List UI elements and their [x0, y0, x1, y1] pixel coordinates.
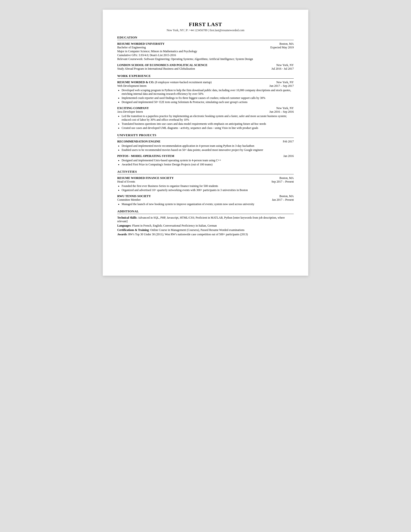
edu2-subtitle: Study Abroad Program in International Bu… [117, 67, 195, 71]
proj2-date: Jan 2016 [283, 154, 294, 158]
candidate-contact: New York, NY | P: +44 123456789 | first.… [117, 28, 294, 32]
resume-page: FIRST LAST New York, NY | P: +44 1234567… [103, 10, 308, 276]
act1-bullets: Founded the first ever Business Series t… [121, 184, 294, 192]
act2-location: Boston, MA [280, 194, 294, 198]
work2-bullet2: Translated business questions into use c… [121, 122, 294, 126]
additional-line-2: Languages: Fluent in French, English; Co… [117, 224, 294, 228]
act1-name: RESUME WORDED FINANCE SOCIETY [117, 176, 174, 180]
additional-label-3: Certifications & Training [117, 228, 149, 232]
work1-bullet2: Implemented crash reporter and used find… [121, 96, 294, 100]
activities-title: ACTIVITIES [117, 170, 294, 174]
act1-bullet2: Organized and advertised 10+ quarterly n… [121, 188, 294, 192]
act1-bullet1: Founded the first ever Business Series t… [121, 184, 294, 188]
proj1-name: RECOMMENDATION ENGINE [117, 140, 160, 143]
education-section: EDUCATION RESUME WORDED UNIVERSITY Bosto… [117, 36, 294, 71]
act2-bullet1: Managed the launch of new booking system… [121, 202, 294, 206]
edu1-line1: Major in Computer Science; Minors in Mat… [117, 50, 294, 53]
work1-location: New York, NY [276, 81, 294, 84]
proj1-bullets: Designed and implemented movie recommend… [121, 144, 294, 152]
work2-location: New York, NY [276, 106, 294, 110]
work1-subtitle: Web Development Intern [117, 84, 147, 88]
work2-name: EXCITING COMPANY [117, 106, 149, 110]
edu2-date: Jul 2016 - Jul 2017 [271, 67, 294, 71]
projects-title: UNIVERSITY PROJECTS [117, 133, 294, 138]
resume-header: FIRST LAST New York, NY | P: +44 1234567… [117, 21, 294, 32]
act1-location: Boston, MA [280, 176, 294, 180]
work2-date: Jun 2016 – Sep 2016 [269, 110, 294, 114]
proj1-bullet1: Designed and implemented movie recommend… [121, 144, 294, 148]
proj2-name: PINTOS - MODEL OPERATING SYSTEM [117, 154, 174, 158]
edu2-location: New York, NY [276, 63, 294, 67]
additional-label-4: Awards [117, 233, 127, 236]
work1-date: Jun 2017 – Sep 2017 [269, 84, 294, 88]
projects-section: UNIVERSITY PROJECTS RECOMMENDATION ENGIN… [117, 133, 294, 166]
additional-line-3: Certifications & Training: Online Course… [117, 228, 294, 232]
edu1-location: Boston, MA [280, 42, 294, 46]
work1-bullet1: Developed web scraping program in Python… [121, 88, 294, 96]
education-title: EDUCATION [117, 36, 294, 40]
act2-bullets: Managed the launch of new booking system… [121, 202, 294, 206]
additional-text-2: : Fluent in French, English; Conversatio… [131, 224, 217, 227]
proj2-bullet1: Designed and implemented Unix-based oper… [121, 159, 294, 162]
work-experience-section: WORK EXPERIENCE RESUME WORDED & CO. (8 e… [117, 74, 294, 130]
candidate-name: FIRST LAST [117, 21, 294, 28]
proj1-bullet2: Enabled users to be recommended movies b… [121, 148, 294, 152]
work1-company: RESUME WORDED & CO. [117, 81, 154, 84]
additional-text-1: : Advanced in SQL, PHP, Javascript, HTML… [117, 216, 285, 223]
edu2-name: LONDON SCHOOL OF ECONOMICS AND POLITICAL… [117, 63, 207, 67]
edu1-date: Expected May 2019 [270, 46, 294, 49]
work-entry-1: RESUME WORDED & CO. (8 employee venture-… [117, 81, 294, 104]
work1-bullet3: Designed and implemented 50+ E2E tests u… [121, 100, 294, 104]
work-title: WORK EXPERIENCE [117, 74, 294, 79]
work2-bullets: Led the transition to a paperless practi… [121, 114, 294, 130]
activity-entry-2: RWU TENNIS SOCIETY Boston, MA Committee … [117, 194, 294, 206]
edu1-name: RESUME WORDED UNIVERSITY [117, 42, 165, 46]
act2-date: Jan 2017 – Present [272, 198, 294, 202]
act1-subtitle: Head of Events [117, 180, 135, 183]
education-entry-2: LONDON SCHOOL OF ECONOMICS AND POLITICAL… [117, 63, 294, 71]
edu1-line2: Cumulative GPA: 3.93/4.0; Dean's List 20… [117, 53, 294, 57]
additional-line-4: Awards: RW's Top 30 Under 30 (2011); Won… [117, 233, 294, 236]
additional-line-1: Technical Skills: Advanced in SQL, PHP, … [117, 216, 294, 223]
education-entry-1: RESUME WORDED UNIVERSITY Boston, MA Bach… [117, 42, 294, 61]
work1-note: (8 employee venture-backed recruitment s… [154, 81, 212, 84]
edu1-line3: Relevant Coursework: Software Engineerin… [117, 57, 294, 61]
work2-bullet3: Created use cases and developed UML diag… [121, 126, 294, 130]
act1-date: Sep 2017 – Present [271, 180, 294, 183]
act2-subtitle: Committee Member [117, 198, 141, 202]
additional-section: ADDITIONAL Technical Skills: Advanced in… [117, 209, 294, 236]
work2-subtitle: Java Developer Intern [117, 110, 143, 114]
additional-label-1: Technical Skills [117, 216, 137, 219]
work2-bullet1: Led the transition to a paperless practi… [121, 114, 294, 122]
proj2-bullet2: Awarded First Prize in Computing's Senio… [121, 163, 294, 166]
act2-name: RWU TENNIS SOCIETY [117, 194, 151, 198]
edu1-subtitle: Bachelor of Engineering [117, 46, 146, 49]
work-entry-2: EXCITING COMPANY New York, NY Java Devel… [117, 106, 294, 130]
additional-label-2: Languages [117, 224, 131, 227]
proj1-date: Feb 2017 [283, 140, 294, 143]
work1-name: RESUME WORDED & CO. (8 employee venture-… [117, 81, 212, 84]
additional-text-3: : Online Course in Management (Coursera)… [149, 228, 244, 232]
activity-entry-1: RESUME WORDED FINANCE SOCIETY Boston, MA… [117, 176, 294, 192]
additional-text-4: : RW's Top 30 Under 30 (2011); Won RW's … [127, 233, 248, 236]
project-entry-2: PINTOS - MODEL OPERATING SYSTEM Jan 2016… [117, 154, 294, 166]
project-entry-1: RECOMMENDATION ENGINE Feb 2017 Designed … [117, 140, 294, 152]
additional-title: ADDITIONAL [117, 209, 294, 214]
proj2-bullets: Designed and implemented Unix-based oper… [121, 159, 294, 166]
activities-section: ACTIVITIES RESUME WORDED FINANCE SOCIETY… [117, 170, 294, 206]
work1-bullets: Developed web scraping program in Python… [121, 88, 294, 104]
